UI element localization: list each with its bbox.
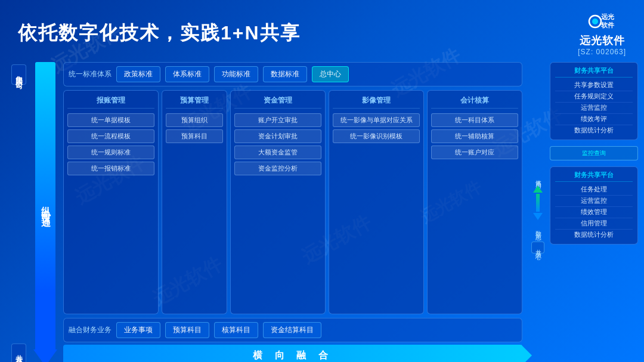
module-title-budget: 预算管理	[166, 95, 223, 109]
tag-function: 功能标准	[214, 66, 258, 82]
modules-row: 报账管理 统一单据模板 统一流程模板 统一规则标准 统一报销标准 预算管理 预算…	[63, 90, 522, 314]
mod-item: 资金计划审批	[234, 129, 321, 143]
module-reporting: 报账管理 统一单据模板 统一流程模板 统一规则标准 统一报销标准	[63, 90, 159, 314]
monitor-button[interactable]: 监控查询	[550, 146, 638, 160]
svg-text:软件: 软件	[600, 21, 615, 29]
tag-budget-subject: 预算科目	[165, 322, 209, 338]
logo-sub: [SZ: 002063]	[578, 48, 626, 56]
arrow-shaft-v	[536, 194, 540, 212]
group-label: 集团公司	[11, 64, 26, 85]
mod-item: 资金监控分析	[234, 162, 321, 175]
panel-item: 任务规则定义	[555, 91, 633, 103]
panel-item: 信用管理	[555, 218, 633, 230]
panel-item: 数据统计分析	[555, 230, 633, 240]
tag-data: 数据标准	[263, 66, 307, 82]
module-accounting: 会计核算 统一科目体系 统一辅助核算 统一账户对应	[427, 90, 522, 314]
logo-icon: 远光 软件	[588, 11, 617, 32]
arrow-up	[533, 185, 543, 193]
arrow-down	[533, 213, 543, 220]
side-label-data: 数据汇总	[534, 226, 542, 231]
side-arrows-section: 体系引用 数据汇总 共享分中心	[526, 62, 550, 362]
share-label: 共享分中心	[11, 344, 26, 362]
module-image: 影像管理 统一影像与单据对应关系 统一影像识别模板	[329, 90, 424, 314]
page-title: 依托数字化技术，实践1+N共享	[18, 20, 301, 47]
left-label-section: 集团公司 共享分中心	[6, 62, 31, 362]
right-bottom-panel: 财务共享平台 任务处理 运营监控 绩效管理 信用管理 数据统计分析	[550, 166, 638, 245]
center-grid: 统一标准体系 政策标准 体系标准 功能标准 数据标准 总中心 报账管理 统一单据…	[63, 62, 522, 362]
mod-item: 统一影像识别模板	[333, 129, 420, 143]
mod-item: 账户开立审批	[234, 113, 321, 127]
arrow-body: 纵向贯通	[35, 62, 55, 349]
bottom-panel-title: 财务共享平台	[555, 171, 633, 182]
svg-point-1	[592, 18, 598, 24]
fusion-row: 融合财务业务 业务事项 预算科目 核算科目 资金结算科目	[63, 318, 522, 342]
side-label-system: 体系引用	[534, 175, 542, 180]
mod-item: 统一账户对应	[431, 146, 518, 159]
mod-item: 统一科目体系	[431, 113, 518, 127]
mod-item: 统一辅助核算	[431, 129, 518, 143]
tag-accounting-subject: 核算科目	[214, 322, 258, 338]
logo-text: 远光软件	[580, 33, 625, 48]
panel-item: 运营监控	[555, 196, 633, 207]
header: 依托数字化技术，实践1+N共享 远光 软件 远光软件 [SZ: 002063]	[0, 0, 644, 62]
vertical-arrow-text: 纵向贯通	[39, 199, 52, 213]
panel-item: 运营监控	[555, 103, 633, 114]
fusion-arrow-container: 横 向 融 合	[63, 345, 522, 362]
panel-item: 绩效考评	[555, 114, 633, 125]
panel-item: 任务处理	[555, 184, 633, 196]
module-budget: 预算管理 预算组织 预算科目	[162, 90, 227, 314]
panel-item: 共享参数设置	[555, 80, 633, 91]
mod-item: 预算科目	[166, 129, 223, 143]
tag-business: 业务事项	[116, 322, 160, 338]
module-title-reporting: 报账管理	[67, 95, 154, 109]
shared-center-label: 共享分中心	[531, 242, 544, 253]
vertical-arrow-column: 纵向贯通	[33, 62, 58, 362]
standard-row: 统一标准体系 政策标准 体系标准 功能标准 数据标准 总中心	[63, 62, 522, 86]
mod-item: 预算组织	[166, 113, 223, 127]
tag-system: 体系标准	[165, 66, 209, 82]
shared-center-box-wrapper: 共享分中心	[531, 242, 544, 253]
panel-item: 数据统计分析	[555, 125, 633, 136]
mod-item: 统一流程模板	[67, 129, 154, 143]
logo-area: 远光 软件 远光软件 [SZ: 002063]	[578, 11, 626, 56]
tag-center: 总中心	[312, 66, 349, 82]
panel-item: 绩效管理	[555, 207, 633, 218]
top-panel-title: 财务共享平台	[555, 66, 633, 78]
mod-item: 统一影像与单据对应关系	[333, 113, 420, 127]
mod-item: 统一单据模板	[67, 113, 154, 127]
mod-item: 大额资金监管	[234, 146, 321, 159]
svg-text:远光: 远光	[601, 13, 614, 20]
tag-capital-subject: 资金结算科目	[263, 322, 321, 338]
right-panels: 财务共享平台 共享参数设置 任务规则定义 运营监控 绩效考评 数据统计分析 监控…	[550, 62, 638, 362]
right-top-panel: 财务共享平台 共享参数设置 任务规则定义 运营监控 绩效考评 数据统计分析	[550, 62, 638, 140]
module-title-capital: 资金管理	[234, 95, 321, 109]
main-content: 集团公司 共享分中心 纵向贯通 统一标准体系 政策标准 体系标准 功能标准 数据…	[0, 62, 644, 362]
tag-policy: 政策标准	[116, 66, 160, 82]
fusion-arrow: 横 向 融 合	[63, 345, 522, 362]
fusion-label: 融合财务业务	[69, 325, 112, 335]
fusion-arrow-text: 横 向 融 合	[253, 349, 332, 362]
mod-item: 统一报销标准	[67, 162, 154, 175]
module-title-image: 影像管理	[333, 95, 420, 109]
standard-row-label: 统一标准体系	[69, 69, 112, 79]
module-title-accounting: 会计核算	[431, 95, 518, 109]
module-capital: 资金管理 账户开立审批 资金计划审批 大额资金监管 资金监控分析	[230, 90, 326, 314]
double-arrow	[533, 185, 543, 220]
mod-item: 统一规则标准	[67, 146, 154, 159]
arrow-tip	[33, 349, 57, 362]
